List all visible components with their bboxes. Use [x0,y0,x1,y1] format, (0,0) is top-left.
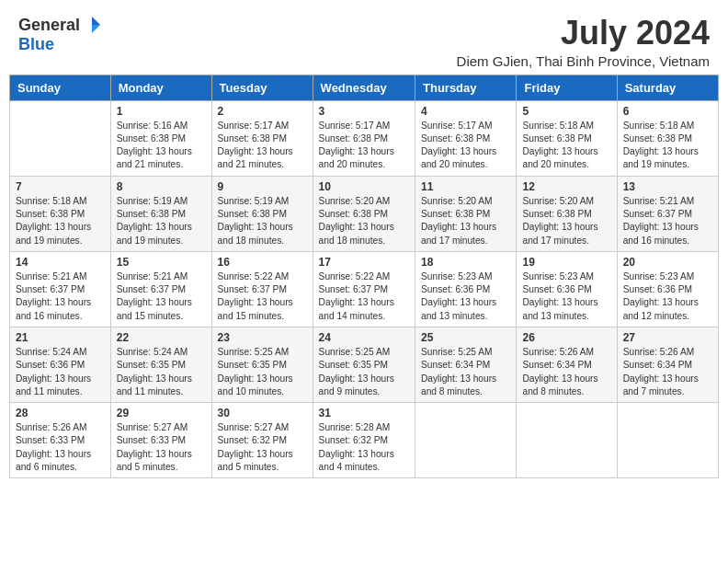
day-info: Sunrise: 5:18 AMSunset: 6:38 PMDaylight:… [16,195,105,247]
sunrise-time: Sunrise: 5:21 AM [623,196,695,206]
sunset-time: Sunset: 6:38 PM [319,133,388,144]
day-number: 7 [16,180,105,193]
sunrise-time: Sunrise: 5:20 AM [319,196,391,206]
daylight-minutes: and 19 minutes. [117,236,184,246]
sunrise-time: Sunrise: 5:26 AM [16,422,87,432]
calendar-cell-w3-d6: 19Sunrise: 5:23 AMSunset: 6:36 PMDayligh… [517,251,617,327]
sunrise-time: Sunrise: 5:18 AM [522,121,594,131]
daylight-hours: Daylight: 13 hours [218,222,293,232]
day-info: Sunrise: 5:22 AMSunset: 6:37 PMDaylight:… [218,270,307,323]
sunset-time: Sunset: 6:38 PM [623,133,692,144]
daylight-minutes: and 5 minutes. [117,462,178,472]
day-info: Sunrise: 5:23 AMSunset: 6:36 PMDaylight:… [623,270,712,323]
day-number: 10 [319,180,409,193]
day-info: Sunrise: 5:21 AMSunset: 6:37 PMDaylight:… [16,270,105,323]
calendar-cell-w5-d2: 29Sunrise: 5:27 AMSunset: 6:33 PMDayligh… [110,403,211,478]
day-number: 11 [421,180,510,193]
calendar-week-4: 21Sunrise: 5:24 AMSunset: 6:36 PMDayligh… [10,327,719,402]
col-saturday: Saturday [617,75,718,100]
sunset-time: Sunset: 6:38 PM [522,133,591,144]
daylight-minutes: and 20 minutes. [319,159,386,169]
day-number: 20 [623,256,712,269]
daylight-hours: Daylight: 13 hours [522,297,597,307]
sunrise-time: Sunrise: 5:17 AM [421,121,493,131]
daylight-hours: Daylight: 13 hours [522,146,597,156]
day-number: 3 [319,105,409,118]
sunrise-time: Sunrise: 5:27 AM [117,422,188,432]
day-info: Sunrise: 5:17 AMSunset: 6:38 PMDaylight:… [218,120,307,172]
location-subtitle: Diem GJien, Thai Binh Province, Vietnam [457,53,710,69]
day-info: Sunrise: 5:19 AMSunset: 6:38 PMDaylight:… [218,195,307,247]
calendar-cell-w4-d4: 24Sunrise: 5:25 AMSunset: 6:35 PMDayligh… [313,327,415,402]
calendar-week-1: 1Sunrise: 5:16 AMSunset: 6:38 PMDaylight… [10,100,719,176]
calendar-cell-w2-d3: 9Sunrise: 5:19 AMSunset: 6:38 PMDaylight… [211,176,313,251]
day-number: 25 [421,331,510,344]
daylight-hours: Daylight: 13 hours [16,222,91,232]
sunset-time: Sunset: 6:37 PM [16,284,85,294]
day-info: Sunrise: 5:25 AMSunset: 6:35 PMDaylight:… [218,346,307,398]
day-info: Sunrise: 5:25 AMSunset: 6:35 PMDaylight:… [319,346,409,398]
calendar-cell-w1-d3: 2Sunrise: 5:17 AMSunset: 6:38 PMDaylight… [211,100,313,176]
sunset-time: Sunset: 6:38 PM [117,133,186,144]
sunset-time: Sunset: 6:38 PM [218,133,287,144]
sunset-time: Sunset: 6:38 PM [421,133,490,144]
calendar-cell-w4-d5: 25Sunrise: 5:25 AMSunset: 6:34 PMDayligh… [415,327,517,402]
sunset-time: Sunset: 6:34 PM [623,360,692,370]
sunset-time: Sunset: 6:37 PM [117,284,186,294]
day-info: Sunrise: 5:24 AMSunset: 6:36 PMDaylight:… [16,346,105,398]
calendar-cell-w4-d3: 23Sunrise: 5:25 AMSunset: 6:35 PMDayligh… [211,327,313,402]
calendar-cell-w1-d5: 4Sunrise: 5:17 AMSunset: 6:38 PMDaylight… [415,100,517,176]
daylight-minutes: and 5 minutes. [218,462,279,472]
logo-general-text: General [18,16,80,35]
day-info: Sunrise: 5:20 AMSunset: 6:38 PMDaylight:… [319,195,409,247]
sunset-time: Sunset: 6:37 PM [218,284,287,294]
logo-flag-icon [82,15,102,35]
col-wednesday: Wednesday [313,75,415,100]
day-number: 4 [421,105,510,118]
calendar-cell-w1-d7: 6Sunrise: 5:18 AMSunset: 6:38 PMDaylight… [617,100,718,176]
daylight-hours: Daylight: 13 hours [522,222,597,232]
day-number: 13 [623,180,712,193]
daylight-hours: Daylight: 13 hours [319,297,394,307]
col-tuesday: Tuesday [211,75,313,100]
day-info: Sunrise: 5:27 AMSunset: 6:32 PMDaylight:… [218,421,307,474]
day-number: 9 [218,180,307,193]
sunrise-time: Sunrise: 5:20 AM [421,196,493,206]
day-number: 6 [623,105,712,118]
daylight-minutes: and 16 minutes. [16,311,83,321]
daylight-hours: Daylight: 13 hours [218,146,293,156]
day-info: Sunrise: 5:26 AMSunset: 6:34 PMDaylight:… [522,346,610,398]
daylight-minutes: and 6 minutes. [16,462,77,472]
daylight-minutes: and 16 minutes. [623,236,690,246]
daylight-hours: Daylight: 13 hours [319,222,394,232]
sunrise-time: Sunrise: 5:20 AM [522,196,594,206]
sunset-time: Sunset: 6:38 PM [218,209,287,219]
day-number: 26 [522,331,610,344]
day-number: 15 [117,256,206,269]
calendar-cell-w3-d1: 14Sunrise: 5:21 AMSunset: 6:37 PMDayligh… [10,251,111,327]
sunset-time: Sunset: 6:38 PM [117,209,186,219]
sunrise-time: Sunrise: 5:28 AM [319,422,391,432]
daylight-minutes: and 12 minutes. [623,311,690,321]
day-number: 16 [218,256,307,269]
daylight-minutes: and 10 minutes. [218,386,285,396]
daylight-hours: Daylight: 13 hours [421,297,496,307]
sunrise-time: Sunrise: 5:25 AM [421,347,493,357]
title-section: July 2024 Diem GJien, Thai Binh Province… [457,15,710,69]
day-info: Sunrise: 5:24 AMSunset: 6:35 PMDaylight:… [117,346,206,398]
daylight-minutes: and 19 minutes. [623,159,690,169]
col-monday: Monday [110,75,211,100]
sunset-time: Sunset: 6:33 PM [16,435,85,445]
daylight-hours: Daylight: 13 hours [623,146,699,156]
sunrise-time: Sunrise: 5:18 AM [16,196,87,206]
calendar-cell-w2-d5: 11Sunrise: 5:20 AMSunset: 6:38 PMDayligh… [415,176,517,251]
calendar-cell-w2-d1: 7Sunrise: 5:18 AMSunset: 6:38 PMDaylight… [10,176,111,251]
sunset-time: Sunset: 6:36 PM [623,284,692,294]
day-info: Sunrise: 5:20 AMSunset: 6:38 PMDaylight:… [421,195,510,247]
sunset-time: Sunset: 6:36 PM [421,284,490,294]
sunrise-time: Sunrise: 5:21 AM [16,271,87,282]
sunrise-time: Sunrise: 5:19 AM [117,196,188,206]
sunset-time: Sunset: 6:38 PM [319,209,388,219]
daylight-hours: Daylight: 13 hours [319,146,394,156]
day-number: 1 [117,105,206,118]
